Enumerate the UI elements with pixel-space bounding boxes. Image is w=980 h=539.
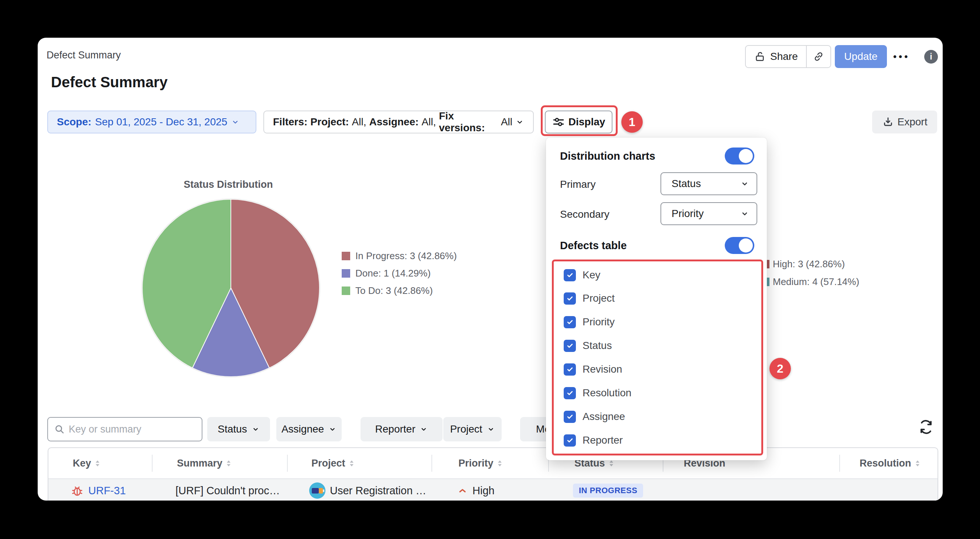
chevron-down-icon	[420, 425, 428, 433]
column-checkbox-priority[interactable]: Priority	[564, 316, 615, 328]
legend-label: Medium: 4 (57.14%)	[773, 276, 859, 288]
legend-item: Done: 1 (14.29%)	[342, 268, 457, 278]
chevron-down-icon	[515, 118, 524, 126]
status-badge: IN PROGRESS	[573, 483, 643, 498]
column-header-priority[interactable]: Priority	[458, 448, 503, 478]
filter-fixversions-value: All	[501, 116, 512, 128]
secondary-select-value: Priority	[671, 208, 704, 220]
sort-icon	[349, 460, 354, 467]
sort-icon	[226, 460, 231, 467]
priority-legend-item-medium: Medium: 4 (57.14%)	[761, 277, 859, 287]
secondary-select[interactable]: Priority	[660, 202, 757, 225]
scope-dropdown-button[interactable]: Scope: Sep 01, 2025 - Dec 31, 2025	[47, 110, 256, 134]
status-chart-legend: In Progress: 3 (42.86%) Done: 1 (14.29%)…	[342, 251, 457, 295]
sort-icon	[497, 460, 503, 467]
checkbox-label: Status	[582, 340, 612, 352]
column-label: Summary	[177, 458, 223, 469]
chip-label: Reporter	[375, 423, 415, 435]
export-label: Export	[897, 116, 928, 128]
defects-table-label: Defects table	[560, 239, 627, 252]
search-box	[47, 417, 202, 442]
share-label: Share	[770, 51, 798, 62]
primary-label: Primary	[560, 179, 595, 190]
copy-link-button[interactable]	[807, 46, 830, 67]
legend-item: In Progress: 3 (42.86%)	[342, 251, 457, 261]
column-label: Key	[73, 458, 91, 469]
checkbox-label: Resolution	[582, 387, 631, 399]
column-divider	[839, 455, 840, 472]
column-header-key[interactable]: Key	[73, 448, 100, 478]
table-row[interactable]: URF-31 [URF] Couldn't proc… User Registr…	[48, 478, 937, 501]
chevron-down-icon	[740, 209, 749, 218]
legend-label: In Progress: 3 (42.86%)	[355, 250, 457, 262]
filter-chip-reporter[interactable]: Reporter	[361, 417, 442, 442]
priority-legend-item-high: High: 3 (42.86%)	[761, 259, 845, 269]
checkbox-label: Assignee	[582, 411, 625, 423]
checkbox-checked-icon	[564, 269, 576, 281]
distribution-charts-label: Distribution charts	[560, 150, 655, 162]
priority-high-icon	[457, 485, 468, 496]
column-divider	[287, 455, 288, 472]
checkbox-checked-icon	[564, 292, 576, 305]
column-checkbox-status[interactable]: Status	[564, 340, 612, 352]
column-checkbox-assignee[interactable]: Assignee	[564, 410, 625, 423]
column-header-project[interactable]: Project	[312, 448, 354, 478]
primary-select-value: Status	[671, 178, 701, 190]
share-button[interactable]: Share	[746, 46, 806, 67]
sort-icon	[609, 460, 614, 467]
annotation-badge-1: 1	[621, 111, 643, 133]
toggle-knob	[739, 238, 753, 252]
sort-icon	[915, 460, 920, 467]
summary-cell: [URF] Couldn't proc…	[175, 479, 280, 501]
update-button[interactable]: Update	[835, 45, 887, 68]
column-label: Resolution	[859, 458, 911, 469]
search-input[interactable]	[69, 424, 191, 435]
column-checkbox-reporter[interactable]: Reporter	[564, 434, 623, 447]
column-label: Project	[312, 458, 345, 469]
legend-swatch-to-do	[342, 287, 350, 295]
scope-value: Sep 01, 2025 - Dec 31, 2025	[95, 116, 227, 128]
refresh-button[interactable]	[918, 418, 935, 435]
checkbox-label: Priority	[582, 316, 615, 328]
chip-label: Status	[218, 423, 247, 435]
chip-label: Project	[450, 423, 482, 435]
more-menu-button[interactable]: •••	[893, 51, 919, 62]
scope-label: Scope:	[57, 116, 91, 128]
filters-prefix: Filters:	[273, 116, 307, 128]
legend-label: Done: 1 (14.29%)	[355, 268, 431, 279]
chip-label: Assignee	[282, 423, 324, 435]
column-header-summary[interactable]: Summary	[177, 448, 231, 478]
filter-chip-status[interactable]: Status	[207, 417, 270, 442]
filters-dropdown-button[interactable]: Filters: Project: All, Assignee: All, Fi…	[263, 110, 534, 134]
info-icon[interactable]: i	[924, 50, 938, 64]
column-header-resolution[interactable]: Resolution	[859, 448, 920, 478]
column-checkbox-resolution[interactable]: Resolution	[564, 387, 631, 399]
checkbox-label: Project	[582, 292, 615, 304]
filter-chip-project[interactable]: Project	[443, 417, 502, 442]
issue-key-link[interactable]: URF-31	[88, 485, 126, 497]
display-label: Display	[568, 116, 605, 128]
column-checkbox-revision[interactable]: Revision	[564, 363, 622, 376]
annotation-badge-2: 2	[770, 358, 791, 379]
share-button-group: Share	[745, 45, 831, 68]
column-checkbox-project[interactable]: Project	[564, 292, 615, 305]
defects-table-toggle[interactable]	[725, 237, 754, 254]
dashboard-card: Defect Summary Share Update ••• i Defect…	[38, 38, 943, 501]
primary-select[interactable]: Status	[660, 172, 757, 195]
column-checkbox-key[interactable]: Key	[564, 269, 600, 281]
column-divider	[431, 455, 432, 472]
chevron-down-icon	[251, 425, 260, 433]
project-cell: User Registration …	[309, 479, 426, 501]
export-button[interactable]: Export	[872, 110, 937, 134]
checkbox-label: Reporter	[582, 434, 623, 446]
unlock-icon	[754, 51, 766, 62]
filter-chip-assignee[interactable]: Assignee	[276, 417, 342, 442]
filter-project-label: Project:	[310, 116, 349, 128]
column-divider	[152, 455, 153, 472]
sliders-icon	[552, 116, 565, 128]
chevron-down-icon	[328, 425, 337, 433]
distribution-charts-toggle[interactable]	[725, 148, 754, 164]
filter-assignee-value: All,	[422, 116, 436, 128]
display-button[interactable]: Display	[545, 110, 612, 134]
annotation-box-2	[552, 260, 763, 456]
